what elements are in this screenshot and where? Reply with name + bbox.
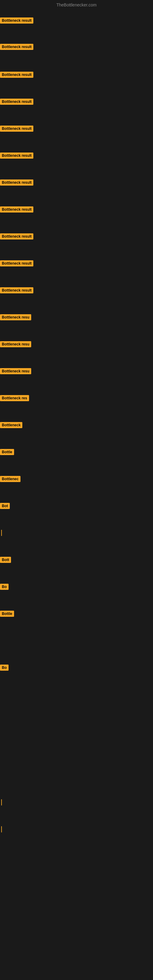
bottleneck-badge[interactable]: Bottleneck result	[0, 207, 33, 213]
indicator-line	[1, 530, 2, 536]
bottleneck-badge[interactable]: Bottleneck result	[0, 153, 33, 159]
bottleneck-badge[interactable]: Bottleneck result	[0, 126, 33, 132]
bottleneck-badge[interactable]: Bottleneck resu	[0, 341, 31, 347]
bottleneck-badge[interactable]: Bott	[0, 557, 11, 563]
indicator-line	[1, 799, 2, 805]
bottleneck-badge[interactable]: Bottleneck result	[0, 18, 33, 24]
bottleneck-badge[interactable]: Bottle	[0, 611, 14, 617]
indicator-line	[1, 826, 2, 832]
bottleneck-badge[interactable]: Bo	[0, 584, 9, 590]
bottleneck-badge[interactable]: Bot	[0, 503, 10, 509]
bottleneck-badge[interactable]: Bo	[0, 665, 9, 671]
bottleneck-badge[interactable]: Bottleneck res	[0, 395, 29, 401]
bottleneck-badge[interactable]: Bottleneck result	[0, 44, 33, 50]
bottleneck-badge[interactable]: Bottleneck result	[0, 180, 33, 186]
bottleneck-badge[interactable]: Bottleneck result	[0, 287, 33, 293]
site-title: TheBottlenecker.com	[0, 2, 153, 7]
bottleneck-badge[interactable]: Bottleneck result	[0, 99, 33, 105]
bottleneck-badge[interactable]: Bottlenec	[0, 476, 21, 482]
bottleneck-badge[interactable]: Bottleneck resu	[0, 314, 31, 320]
bottleneck-badge[interactable]: Bottleneck resu	[0, 368, 31, 374]
bottleneck-badge[interactable]: Bottle	[0, 449, 14, 455]
bottleneck-badge[interactable]: Bottleneck result	[0, 233, 33, 240]
bottleneck-badge[interactable]: Bottleneck result	[0, 260, 33, 266]
bottleneck-badge[interactable]: Bottleneck result	[0, 72, 33, 78]
bottleneck-badge[interactable]: Bottleneck	[0, 422, 22, 428]
